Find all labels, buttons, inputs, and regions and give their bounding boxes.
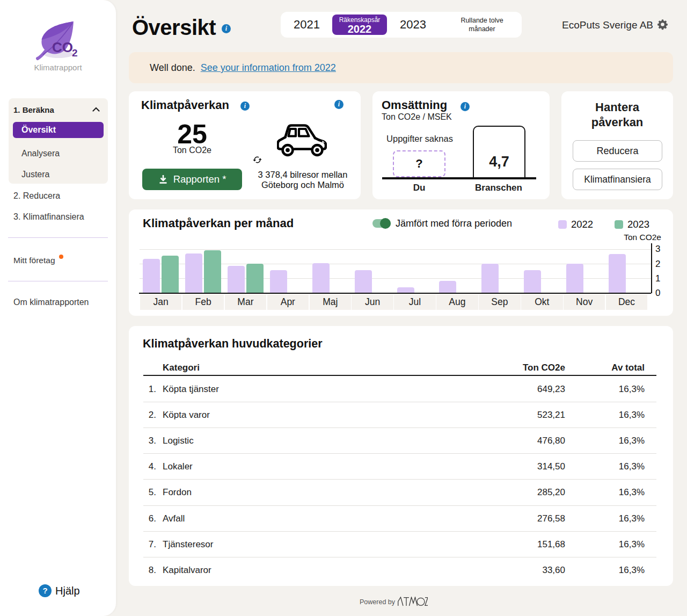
svg-text:CO: CO (52, 39, 73, 55)
svg-text:2: 2 (72, 47, 78, 59)
